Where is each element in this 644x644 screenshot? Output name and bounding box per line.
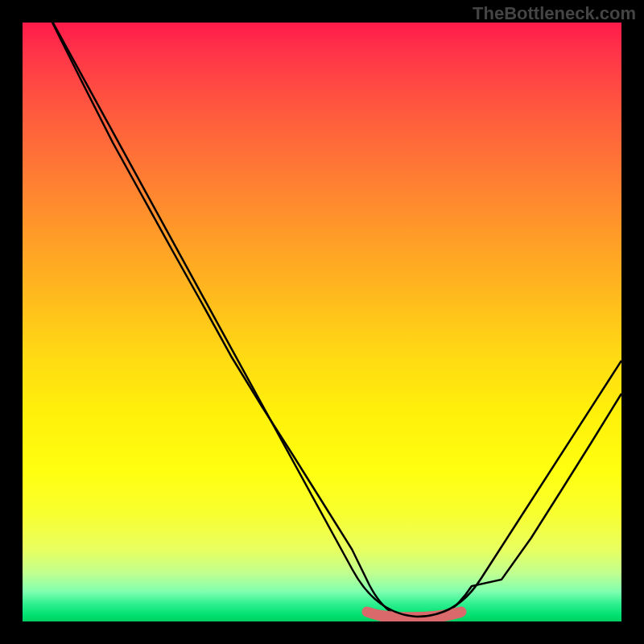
curve-overlay — [23, 23, 621, 621]
watermark-text: TheBottleneck.com — [473, 3, 636, 24]
plot-area — [23, 23, 621, 621]
main-line — [51, 23, 621, 617]
chart-container: TheBottleneck.com — [0, 0, 644, 644]
